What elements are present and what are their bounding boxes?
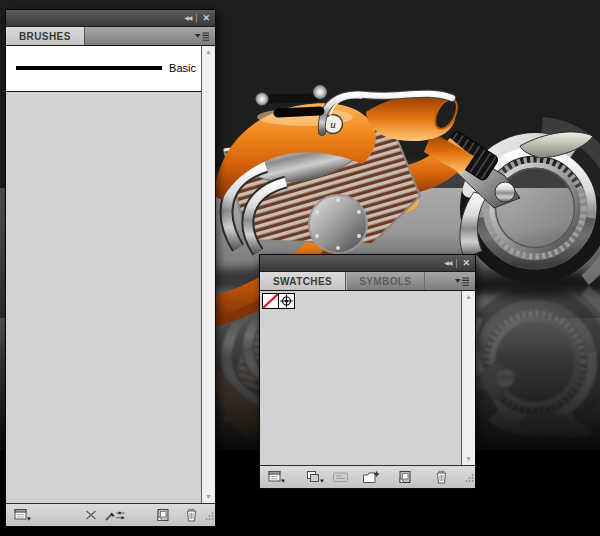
scroll-up-button[interactable]: ▲ (202, 46, 215, 58)
swatch-options-icon (332, 471, 349, 483)
panel-menu-icon (454, 276, 470, 287)
tabbar-spacer (425, 272, 475, 290)
trash-icon (185, 508, 198, 522)
scroll-down-button[interactable]: ▼ (462, 453, 475, 465)
resize-grip-icon (204, 511, 214, 521)
close-panel-button[interactable]: ✕ (202, 10, 210, 26)
brushes-titlebar[interactable]: ◀◀ ✕ (6, 10, 215, 27)
tab-brushes[interactable]: BRUSHES (6, 27, 85, 45)
swatches-tabbar: SWATCHES SYMBOLS (260, 272, 475, 291)
application-window: u ◀◀ ✕ BRUSHES (0, 0, 600, 536)
remove-brush-stroke-button[interactable] (80, 506, 102, 524)
none-swatch-icon (263, 294, 278, 308)
brush-preview-line (16, 66, 162, 70)
swatch-kinds-menu-button[interactable] (304, 468, 326, 486)
new-brush-button[interactable] (152, 506, 174, 524)
brushes-tabbar: BRUSHES (6, 27, 215, 46)
brushes-toolbar (6, 503, 215, 526)
brush-list: Basic (6, 46, 201, 503)
panel-menu-button[interactable] (194, 31, 210, 42)
new-item-icon (156, 508, 170, 522)
library-icon (268, 470, 286, 484)
swatch-options-button[interactable] (329, 468, 351, 486)
titlebar-separator (456, 259, 457, 268)
scroll-up-button[interactable]: ▲ (462, 291, 475, 303)
panel-menu-icon (194, 31, 210, 42)
swatch-none[interactable] (262, 293, 279, 309)
swatches-toolbar (260, 465, 475, 488)
delete-brush-button[interactable] (180, 506, 202, 524)
swatch-registration[interactable] (278, 293, 295, 309)
brush-libraries-menu-button[interactable] (12, 506, 34, 524)
svg-text:u: u (330, 118, 336, 130)
brushes-scrollbar[interactable]: ▲ ▼ (201, 46, 215, 503)
options-of-selected-object-button[interactable] (104, 506, 126, 524)
folder-plus-icon (362, 470, 380, 484)
scrollbar-track[interactable] (202, 58, 215, 491)
tabbar-spacer (85, 27, 215, 45)
swatches-panel: ◀◀ ✕ SWATCHES SYMBOLS (259, 254, 476, 489)
swatch-libraries-menu-button[interactable] (266, 468, 288, 486)
new-swatch-button[interactable] (394, 468, 416, 486)
tab-swatches[interactable]: SWATCHES (260, 272, 346, 290)
tab-symbols[interactable]: SYMBOLS (346, 272, 425, 290)
swatch-grid (260, 291, 461, 465)
panel-resize-grip[interactable] (204, 507, 214, 525)
brush-item-label: Basic (169, 62, 196, 74)
delete-swatch-button[interactable] (430, 468, 452, 486)
scrollbar-track[interactable] (462, 303, 475, 453)
collapse-to-icons-button[interactable]: ◀◀ (184, 10, 191, 26)
x-icon (84, 509, 98, 521)
panel-menu-button[interactable] (454, 276, 470, 287)
registration-swatch-icon (279, 294, 294, 308)
new-item-icon (398, 470, 412, 484)
titlebar-separator (196, 14, 197, 23)
panel-resize-grip[interactable] (464, 469, 474, 487)
close-panel-button[interactable]: ✕ (462, 255, 470, 271)
library-icon (14, 508, 32, 522)
brushes-panel: ◀◀ ✕ BRUSHES Basic ▲ ▼ (5, 9, 216, 527)
swatches-scrollbar[interactable]: ▲ ▼ (461, 291, 475, 465)
brush-options-icon (105, 509, 126, 521)
trash-icon (435, 470, 448, 484)
collapse-to-icons-button[interactable]: ◀◀ (444, 255, 451, 271)
new-color-group-button[interactable] (360, 468, 382, 486)
swatch-kinds-icon (306, 470, 325, 484)
swatches-titlebar[interactable]: ◀◀ ✕ (260, 255, 475, 272)
resize-grip-icon (464, 473, 474, 483)
scroll-down-button[interactable]: ▼ (202, 491, 215, 503)
brush-item-basic[interactable]: Basic (16, 56, 196, 80)
